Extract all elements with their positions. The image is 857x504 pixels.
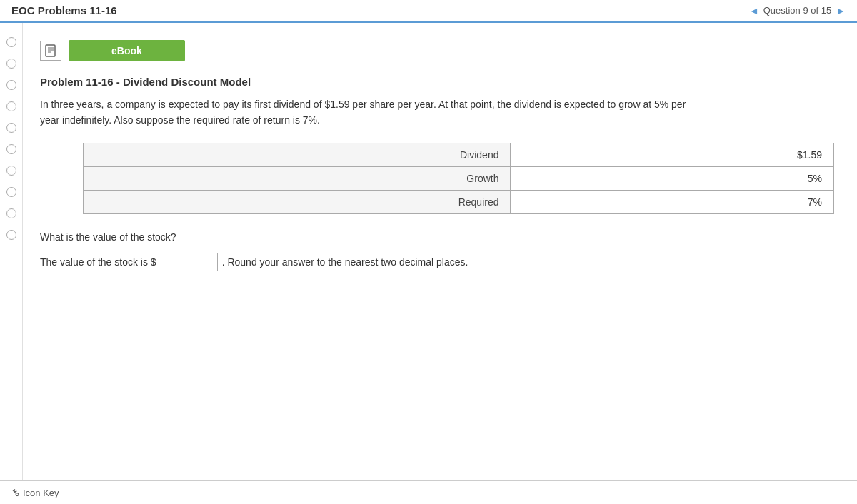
sidebar-circle-5[interactable] — [6, 123, 16, 133]
problem-text-part1: In three years, a company is expected to… — [40, 99, 686, 110]
table-row: Dividend$1.59 — [84, 143, 834, 166]
table-row: Growth5% — [84, 166, 834, 190]
sidebar-circle-8[interactable] — [6, 187, 16, 197]
answer-suffix: . Round your answer to the nearest two d… — [222, 256, 468, 268]
table-cell-label: Required — [84, 190, 511, 213]
table-row: Required7% — [84, 190, 834, 213]
main-layout: eBook Problem 11-16 - Dividend Discount … — [0, 23, 857, 480]
sidebar-circle-9[interactable] — [6, 208, 16, 218]
header-left: EOC Problems 11-16 — [11, 4, 117, 16]
header-title: EOC Problems 11-16 — [11, 4, 117, 16]
sidebar-circle-10[interactable] — [6, 230, 16, 240]
question-nav-text: Question 9 of 15 — [763, 5, 831, 16]
svg-rect-0 — [46, 45, 55, 56]
sidebar-circle-7[interactable] — [6, 166, 16, 176]
header-bar: EOC Problems 11-16 ◄ Question 9 of 15 ► — [0, 0, 857, 23]
footer: ⚷ Icon Key — [0, 480, 857, 504]
icon-key-label[interactable]: Icon Key — [23, 488, 59, 498]
table-cell-label: Growth — [84, 166, 511, 190]
table-cell-label: Dividend — [84, 143, 511, 166]
problem-text-part2: year indefinitely. Also suppose the requ… — [40, 114, 320, 126]
answer-prefix: The value of the stock is $ — [40, 256, 156, 268]
sidebar-circle-6[interactable] — [6, 144, 16, 154]
prev-arrow[interactable]: ◄ — [749, 5, 759, 16]
sidebar-circle-2[interactable] — [6, 59, 16, 69]
stock-value-input[interactable] — [161, 253, 218, 271]
sidebar — [0, 23, 23, 480]
table-cell-value: $1.59 — [511, 143, 834, 166]
problem-text: In three years, a company is expected to… — [40, 96, 834, 128]
sidebar-circle-4[interactable] — [6, 101, 16, 111]
table-cell-value: 5% — [511, 166, 834, 190]
sidebar-circle-1[interactable] — [6, 37, 16, 47]
next-arrow[interactable]: ► — [836, 5, 846, 16]
ebook-section: eBook — [40, 40, 834, 61]
ebook-icon — [40, 41, 61, 61]
ebook-button[interactable]: eBook — [69, 40, 185, 61]
problem-title: Problem 11-16 - Dividend Discount Model — [40, 76, 834, 88]
content-area: eBook Problem 11-16 - Dividend Discount … — [23, 23, 857, 480]
answer-line: The value of the stock is $ . Round your… — [40, 253, 834, 271]
header-nav: ◄ Question 9 of 15 ► — [749, 5, 846, 16]
data-table: Dividend$1.59Growth5%Required7% — [83, 143, 834, 214]
question-text: What is the value of the stock? — [40, 231, 834, 243]
key-icon: ⚷ — [9, 486, 21, 499]
table-cell-value: 7% — [511, 190, 834, 213]
sidebar-circle-3[interactable] — [6, 80, 16, 90]
